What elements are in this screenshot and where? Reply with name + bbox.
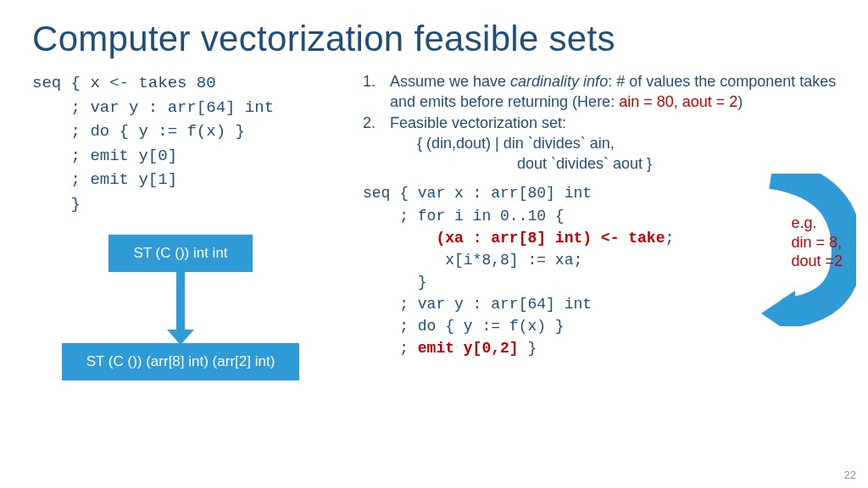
code-l8-post: } bbox=[519, 340, 537, 357]
code-l6: } bbox=[32, 195, 81, 214]
code-block-original: seq { x <- takes 80 ; var y : arr[64] in… bbox=[32, 71, 354, 216]
set-def-line2: dout `divides` aout } bbox=[390, 153, 848, 174]
code-l3: ; do { y := f(x) } bbox=[32, 122, 245, 141]
annotation-l3: dout =2 bbox=[791, 252, 843, 271]
code-l1: seq { var x : arr[80] int bbox=[363, 185, 592, 202]
code-l1: seq { x <- takes 80 bbox=[32, 74, 216, 92]
flow-box-bottom: ST (C ()) (arr[8] int) (arr[2] int) bbox=[62, 343, 299, 380]
annotation-l1: e.g. bbox=[791, 214, 843, 233]
code-l4: ; emit y[0] bbox=[32, 147, 177, 165]
slide-content: seq { x <- takes 80 ; var y : arr[64] in… bbox=[0, 59, 868, 396]
code-l5: ; emit y[1] bbox=[32, 170, 177, 189]
text: Feasible vectorization set: bbox=[390, 114, 566, 131]
list-item-1: 1. Assume we have cardinality info: # of… bbox=[363, 71, 848, 113]
slide-title: Computer vectorization feasible sets bbox=[0, 0, 868, 59]
flow-diagram: ST (C ()) int int ST (C ()) (arr[8] int)… bbox=[32, 235, 312, 396]
cardinality-info-term: cardinality info bbox=[510, 73, 608, 90]
code-l5: } bbox=[363, 274, 427, 291]
list-text: Assume we have cardinality info: # of va… bbox=[390, 71, 848, 113]
set-def-line1: { (din,dout) | din `divides` ain, bbox=[390, 133, 848, 153]
list-number: 1. bbox=[363, 71, 390, 113]
flow-box-top: ST (C ()) int int bbox=[108, 235, 253, 272]
code-l7: ; do { y := f(x) } bbox=[363, 318, 565, 335]
code-l6: ; var y : arr[64] int bbox=[363, 296, 592, 313]
svg-marker-0 bbox=[761, 291, 795, 326]
text: , bbox=[674, 93, 682, 110]
code-l8-pre: ; bbox=[363, 340, 418, 357]
left-column: seq { x <- takes 80 ; var y : arr[64] in… bbox=[32, 71, 354, 396]
example-annotation: e.g. din = 8, dout =2 bbox=[791, 214, 843, 271]
annotation-l2: din = 8, bbox=[791, 233, 843, 252]
ain-value: ain = 80 bbox=[619, 93, 674, 110]
numbered-list: 1. Assume we have cardinality info: # of… bbox=[363, 71, 848, 174]
aout-value: aout = 2 bbox=[682, 93, 738, 110]
flow-arrow-stem bbox=[176, 272, 185, 331]
code-l3-pre bbox=[363, 230, 436, 247]
text: ) bbox=[737, 93, 743, 110]
list-text: Feasible vectorization set: { (din,dout)… bbox=[390, 113, 848, 175]
code-l3-highlight: (xa : arr[8] int) <- take bbox=[436, 230, 665, 247]
code-l2: ; for i in 0..10 { bbox=[363, 208, 565, 225]
code-l2: ; var y : arr[64] int bbox=[32, 98, 274, 117]
code-l3-post: ; bbox=[665, 230, 674, 247]
list-number: 2. bbox=[363, 113, 390, 175]
text: Assume we have bbox=[390, 73, 510, 90]
code-l8-highlight: emit y[0,2] bbox=[418, 340, 519, 357]
list-item-2: 2. Feasible vectorization set: { (din,do… bbox=[363, 113, 848, 175]
page-number: 22 bbox=[844, 469, 856, 481]
code-l4: x[i*8,8] := xa; bbox=[363, 252, 582, 269]
